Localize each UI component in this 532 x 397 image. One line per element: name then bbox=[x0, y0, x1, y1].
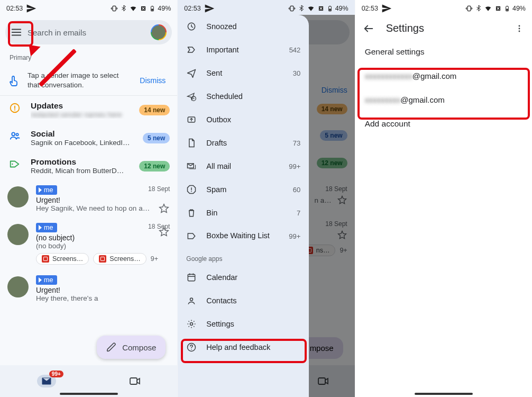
account-row[interactable]: xxxxxxxxx@gmail.com bbox=[355, 88, 532, 112]
category-title: Updates bbox=[31, 101, 131, 111]
settings-title: Settings bbox=[386, 22, 502, 34]
drawer-item-bin[interactable]: Bin7 bbox=[178, 201, 309, 224]
status-battery: 49% bbox=[335, 5, 348, 12]
sender-name: me bbox=[44, 276, 53, 284]
svg-rect-3 bbox=[152, 9, 153, 11]
drawer-item-drafts[interactable]: Drafts73 bbox=[178, 131, 309, 155]
sender-name: me bbox=[44, 186, 53, 194]
search-input-placeholder[interactable]: Search in emails bbox=[27, 28, 145, 37]
svg-rect-0 bbox=[113, 6, 116, 11]
drawer-item-allmail[interactable]: All mail99+ bbox=[178, 155, 309, 178]
drawer-item-boxbe[interactable]: Boxbe Waiting List99+ bbox=[178, 224, 309, 248]
status-bar: 02:53 49% bbox=[0, 0, 177, 15]
star-icon[interactable] bbox=[158, 203, 170, 214]
sender-chip: me bbox=[36, 275, 57, 285]
battery-icon bbox=[504, 5, 510, 12]
svg-point-6 bbox=[14, 110, 15, 111]
drawer-label: Calendar bbox=[206, 273, 300, 282]
attachment-name: Screens… bbox=[109, 255, 140, 263]
drawer-count: 7 bbox=[297, 209, 300, 217]
category-social[interactable]: Social Sagnik on Facebook, LinkedI… 5 ne… bbox=[0, 124, 177, 152]
nav-mail-count: 99+ bbox=[49, 371, 63, 377]
mail-date: 18 Sept bbox=[148, 185, 170, 193]
drawer-item-help[interactable]: Help and feedback bbox=[178, 336, 309, 359]
battery-icon bbox=[327, 5, 333, 12]
drafts-icon bbox=[186, 138, 197, 148]
compose-button[interactable]: Compose bbox=[97, 336, 166, 359]
account-row[interactable]: xxxxxxxxxxxx@gmail.com bbox=[355, 64, 532, 88]
attachment-chip[interactable]: Screens… bbox=[93, 253, 146, 265]
more-icon[interactable] bbox=[514, 23, 525, 34]
mail-preview: Hey Sagnik, We need to hop on a… bbox=[36, 204, 170, 212]
attachment-chip[interactable]: Screens… bbox=[36, 253, 89, 265]
help-icon bbox=[186, 342, 197, 353]
svg-rect-31 bbox=[506, 9, 508, 11]
add-account[interactable]: Add account bbox=[355, 112, 532, 136]
sent-icon bbox=[186, 68, 197, 78]
drawer-item-outbox[interactable]: Outbox bbox=[178, 108, 309, 131]
hint-row: Tap a sender image to select that conver… bbox=[0, 66, 177, 96]
spam-icon bbox=[186, 184, 197, 195]
category-title: Promotions bbox=[31, 157, 131, 167]
wifi-icon bbox=[307, 5, 315, 12]
drawer-label: Contacts bbox=[206, 296, 300, 305]
svg-point-35 bbox=[519, 30, 520, 32]
category-subtitle: Sagnik on Facebook, LinkedI… bbox=[31, 139, 134, 147]
badge-new: 5 new bbox=[143, 133, 170, 143]
status-battery: 49% bbox=[512, 5, 526, 12]
send-icon bbox=[26, 3, 36, 14]
trash-icon bbox=[186, 207, 197, 218]
drawer-count: 73 bbox=[293, 139, 300, 147]
drawer-item-spam[interactable]: Spam60 bbox=[178, 178, 309, 201]
calendar-icon bbox=[186, 272, 197, 283]
drawer-item-scheduled[interactable]: Scheduled bbox=[178, 85, 309, 108]
mail-row[interactable]: me 18 Sept (no subject) (no body) Screen… bbox=[0, 218, 177, 270]
mail-row[interactable]: me Urgent! Hey there, there's a bbox=[0, 270, 177, 308]
category-promotions[interactable]: Promotions Reddit, Micah from ButterD… 1… bbox=[0, 152, 177, 180]
category-subtitle: redacted sender names here bbox=[31, 111, 131, 119]
account-avatar[interactable] bbox=[151, 24, 167, 40]
back-icon[interactable] bbox=[363, 23, 374, 34]
drawer-count: 542 bbox=[289, 46, 301, 54]
nav-meet[interactable] bbox=[129, 375, 141, 387]
drawer-item-sent[interactable]: Sent30 bbox=[178, 61, 309, 85]
drawer-item-calendar[interactable]: Calendar bbox=[178, 266, 309, 289]
image-file-icon bbox=[42, 255, 49, 263]
info-icon bbox=[9, 102, 21, 114]
mail-row[interactable]: me 18 Sept Urgent! Hey Sagnik, We need t… bbox=[0, 180, 177, 218]
no-signal-icon bbox=[140, 5, 147, 12]
account-suffix: @gmail.com bbox=[412, 71, 457, 80]
home-indicator bbox=[415, 393, 473, 395]
dismiss-button[interactable]: Dismiss bbox=[135, 73, 170, 88]
drawer-item-important[interactable]: Important542 bbox=[178, 38, 309, 61]
bluetooth-icon bbox=[298, 5, 305, 12]
attachment-name: Screens… bbox=[52, 255, 83, 263]
drawer-label: Scheduled bbox=[206, 92, 291, 101]
home-indicator bbox=[60, 393, 118, 395]
general-settings[interactable]: General settings bbox=[355, 40, 532, 64]
mail-preview: (no body) bbox=[36, 242, 170, 250]
drawer-count: 99+ bbox=[289, 163, 300, 170]
star-icon[interactable] bbox=[158, 226, 170, 238]
sender-chip: me bbox=[36, 185, 57, 195]
svg-point-22 bbox=[191, 191, 192, 192]
mail-preview: Hey there, there's a bbox=[36, 294, 170, 302]
sender-avatar[interactable] bbox=[7, 186, 29, 207]
svg-point-7 bbox=[12, 133, 15, 136]
category-title: Social bbox=[31, 129, 134, 139]
sender-avatar[interactable] bbox=[7, 224, 29, 245]
compose-label: Compose bbox=[122, 343, 156, 352]
drawer-item-contacts[interactable]: Contacts bbox=[178, 289, 309, 312]
nav-mail[interactable]: 99+ bbox=[36, 374, 57, 389]
category-updates[interactable]: Updates redacted sender names here 14 ne… bbox=[0, 96, 177, 124]
search-bar[interactable]: Search in emails bbox=[5, 20, 172, 44]
drawer-item-settings[interactable]: Settings bbox=[178, 312, 309, 336]
panel-inbox: 02:53 49% Search in emails Primary Tap a… bbox=[0, 0, 177, 397]
sender-chip: me bbox=[36, 223, 57, 232]
menu-icon[interactable] bbox=[11, 26, 22, 38]
drawer-item-snoozed[interactable]: Snoozed bbox=[178, 15, 309, 38]
sender-avatar[interactable] bbox=[7, 276, 29, 297]
allmail-icon bbox=[186, 161, 197, 172]
status-battery: 49% bbox=[158, 5, 171, 12]
svg-rect-4 bbox=[152, 6, 153, 6]
